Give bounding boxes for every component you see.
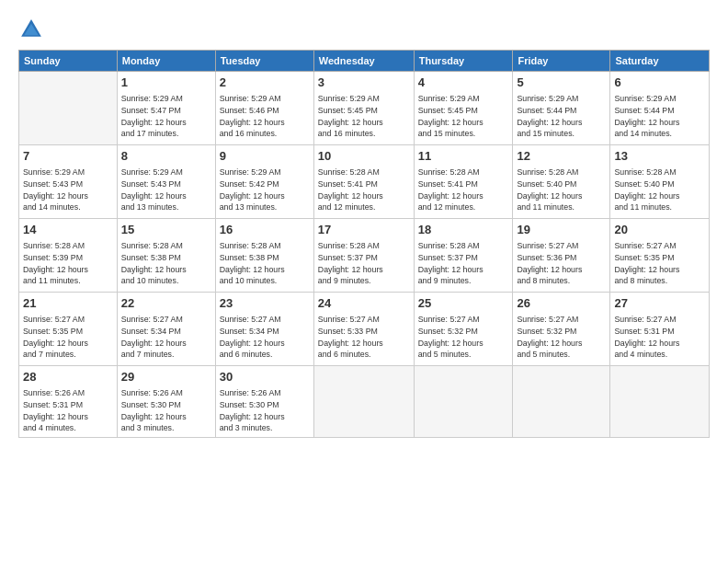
- day-number: 4: [418, 75, 509, 91]
- cell-info: Sunrise: 5:28 AM Sunset: 5:37 PM Dayligh…: [318, 240, 410, 287]
- calendar-cell: [610, 366, 710, 438]
- calendar-cell: 14Sunrise: 5:28 AM Sunset: 5:39 PM Dayli…: [19, 219, 118, 293]
- calendar-cell: [313, 366, 414, 438]
- week-row-1: 7Sunrise: 5:29 AM Sunset: 5:43 PM Daylig…: [19, 145, 710, 219]
- calendar-cell: 28Sunrise: 5:26 AM Sunset: 5:31 PM Dayli…: [19, 366, 118, 438]
- day-number: 12: [517, 148, 606, 165]
- cell-info: Sunrise: 5:29 AM Sunset: 5:44 PM Dayligh…: [614, 93, 705, 140]
- cell-info: Sunrise: 5:29 AM Sunset: 5:42 PM Dayligh…: [220, 167, 310, 213]
- header: [18, 17, 710, 42]
- calendar-cell: 9Sunrise: 5:29 AM Sunset: 5:42 PM Daylig…: [215, 145, 313, 219]
- day-number: 2: [220, 75, 310, 91]
- cell-info: Sunrise: 5:27 AM Sunset: 5:32 PM Dayligh…: [418, 314, 509, 361]
- calendar-cell: [19, 72, 118, 145]
- cell-info: Sunrise: 5:29 AM Sunset: 5:44 PM Dayligh…: [517, 93, 606, 140]
- day-header-wednesday: Wednesday: [313, 51, 414, 72]
- day-number: 21: [23, 295, 113, 312]
- calendar-cell: [513, 366, 610, 438]
- calendar-cell: 22Sunrise: 5:27 AM Sunset: 5:34 PM Dayli…: [117, 293, 215, 366]
- calendar-cell: 16Sunrise: 5:28 AM Sunset: 5:38 PM Dayli…: [215, 219, 313, 293]
- calendar-cell: 29Sunrise: 5:26 AM Sunset: 5:30 PM Dayli…: [117, 366, 215, 438]
- cell-info: Sunrise: 5:27 AM Sunset: 5:35 PM Dayligh…: [23, 314, 113, 361]
- cell-info: Sunrise: 5:26 AM Sunset: 5:30 PM Dayligh…: [121, 387, 211, 434]
- logo-icon: [18, 17, 44, 42]
- day-number: 15: [121, 222, 211, 238]
- cell-info: Sunrise: 5:28 AM Sunset: 5:37 PM Dayligh…: [418, 240, 509, 287]
- cell-info: Sunrise: 5:26 AM Sunset: 5:30 PM Dayligh…: [220, 387, 310, 434]
- day-number: 20: [614, 222, 705, 238]
- calendar-cell: 4Sunrise: 5:29 AM Sunset: 5:45 PM Daylig…: [414, 72, 513, 145]
- calendar-cell: 30Sunrise: 5:26 AM Sunset: 5:30 PM Dayli…: [215, 366, 313, 438]
- cell-info: Sunrise: 5:27 AM Sunset: 5:35 PM Dayligh…: [614, 240, 705, 287]
- calendar-cell: 12Sunrise: 5:28 AM Sunset: 5:40 PM Dayli…: [513, 145, 610, 219]
- cell-info: Sunrise: 5:27 AM Sunset: 5:31 PM Dayligh…: [614, 314, 705, 361]
- day-number: 24: [318, 295, 410, 312]
- cell-info: Sunrise: 5:29 AM Sunset: 5:43 PM Dayligh…: [23, 167, 113, 213]
- calendar-cell: 7Sunrise: 5:29 AM Sunset: 5:43 PM Daylig…: [19, 145, 118, 219]
- day-number: 27: [614, 295, 705, 312]
- week-row-2: 14Sunrise: 5:28 AM Sunset: 5:39 PM Dayli…: [19, 219, 710, 293]
- day-header-tuesday: Tuesday: [215, 51, 313, 72]
- calendar-cell: 21Sunrise: 5:27 AM Sunset: 5:35 PM Dayli…: [19, 293, 118, 366]
- logo: [18, 17, 48, 42]
- cell-info: Sunrise: 5:27 AM Sunset: 5:32 PM Dayligh…: [517, 314, 606, 361]
- calendar-cell: 2Sunrise: 5:29 AM Sunset: 5:46 PM Daylig…: [215, 72, 313, 145]
- day-number: 7: [23, 148, 113, 165]
- cell-info: Sunrise: 5:28 AM Sunset: 5:39 PM Dayligh…: [23, 240, 113, 287]
- page: SundayMondayTuesdayWednesdayThursdayFrid…: [0, 0, 728, 563]
- day-number: 28: [23, 369, 113, 385]
- cell-info: Sunrise: 5:27 AM Sunset: 5:34 PM Dayligh…: [121, 314, 211, 361]
- calendar-cell: 24Sunrise: 5:27 AM Sunset: 5:33 PM Dayli…: [313, 293, 414, 366]
- day-number: 6: [614, 75, 705, 91]
- calendar-cell: 19Sunrise: 5:27 AM Sunset: 5:36 PM Dayli…: [513, 219, 610, 293]
- day-number: 9: [220, 148, 310, 165]
- day-number: 23: [220, 295, 310, 312]
- day-number: 8: [121, 148, 211, 165]
- calendar-cell: 27Sunrise: 5:27 AM Sunset: 5:31 PM Dayli…: [610, 293, 710, 366]
- day-number: 29: [121, 369, 211, 385]
- calendar-table: SundayMondayTuesdayWednesdayThursdayFrid…: [18, 50, 710, 438]
- day-number: 17: [318, 222, 410, 238]
- week-row-4: 28Sunrise: 5:26 AM Sunset: 5:31 PM Dayli…: [19, 366, 710, 438]
- cell-info: Sunrise: 5:28 AM Sunset: 5:41 PM Dayligh…: [318, 167, 410, 213]
- calendar-cell: [414, 366, 513, 438]
- cell-info: Sunrise: 5:26 AM Sunset: 5:31 PM Dayligh…: [23, 387, 113, 434]
- calendar-cell: 23Sunrise: 5:27 AM Sunset: 5:34 PM Dayli…: [215, 293, 313, 366]
- day-number: 11: [418, 148, 509, 165]
- calendar-cell: 20Sunrise: 5:27 AM Sunset: 5:35 PM Dayli…: [610, 219, 710, 293]
- calendar-cell: 5Sunrise: 5:29 AM Sunset: 5:44 PM Daylig…: [513, 72, 610, 145]
- cell-info: Sunrise: 5:29 AM Sunset: 5:46 PM Dayligh…: [220, 93, 310, 140]
- day-header-friday: Friday: [513, 51, 610, 72]
- cell-info: Sunrise: 5:29 AM Sunset: 5:45 PM Dayligh…: [318, 93, 410, 140]
- calendar-cell: 11Sunrise: 5:28 AM Sunset: 5:41 PM Dayli…: [414, 145, 513, 219]
- day-number: 14: [23, 222, 113, 238]
- day-number: 30: [220, 369, 310, 385]
- day-number: 5: [517, 75, 606, 91]
- day-number: 18: [418, 222, 509, 238]
- week-row-3: 21Sunrise: 5:27 AM Sunset: 5:35 PM Dayli…: [19, 293, 710, 366]
- cell-info: Sunrise: 5:28 AM Sunset: 5:38 PM Dayligh…: [121, 240, 211, 287]
- calendar-cell: 6Sunrise: 5:29 AM Sunset: 5:44 PM Daylig…: [610, 72, 710, 145]
- calendar-cell: 13Sunrise: 5:28 AM Sunset: 5:40 PM Dayli…: [610, 145, 710, 219]
- calendar-cell: 1Sunrise: 5:29 AM Sunset: 5:47 PM Daylig…: [117, 72, 215, 145]
- cell-info: Sunrise: 5:28 AM Sunset: 5:40 PM Dayligh…: [517, 167, 606, 213]
- calendar-cell: 15Sunrise: 5:28 AM Sunset: 5:38 PM Dayli…: [117, 219, 215, 293]
- calendar-cell: 25Sunrise: 5:27 AM Sunset: 5:32 PM Dayli…: [414, 293, 513, 366]
- calendar-cell: 8Sunrise: 5:29 AM Sunset: 5:43 PM Daylig…: [117, 145, 215, 219]
- day-header-saturday: Saturday: [610, 51, 710, 72]
- cell-info: Sunrise: 5:29 AM Sunset: 5:43 PM Dayligh…: [121, 167, 211, 213]
- calendar-cell: 17Sunrise: 5:28 AM Sunset: 5:37 PM Dayli…: [313, 219, 414, 293]
- cell-info: Sunrise: 5:27 AM Sunset: 5:33 PM Dayligh…: [318, 314, 410, 361]
- day-number: 13: [614, 148, 705, 165]
- day-number: 16: [220, 222, 310, 238]
- cell-info: Sunrise: 5:29 AM Sunset: 5:47 PM Dayligh…: [121, 93, 211, 140]
- header-row: SundayMondayTuesdayWednesdayThursdayFrid…: [19, 51, 710, 72]
- day-number: 22: [121, 295, 211, 312]
- day-number: 3: [318, 75, 410, 91]
- day-header-monday: Monday: [117, 51, 215, 72]
- day-number: 26: [517, 295, 606, 312]
- day-header-sunday: Sunday: [19, 51, 118, 72]
- week-row-0: 1Sunrise: 5:29 AM Sunset: 5:47 PM Daylig…: [19, 72, 710, 145]
- day-number: 1: [121, 75, 211, 91]
- day-number: 25: [418, 295, 509, 312]
